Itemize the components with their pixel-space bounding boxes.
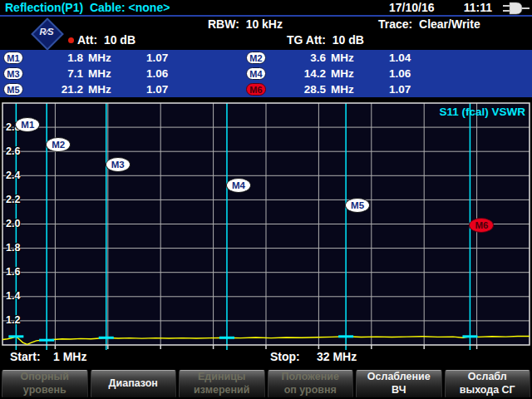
y-axis-tick-label: 1.4 — [6, 290, 20, 302]
marker-trace-tick-m4 — [219, 337, 234, 339]
softkey-положение-оп-уровня[interactable]: Положениеоп уровня — [268, 370, 354, 398]
softkey-label-line: Единицы — [198, 371, 246, 384]
y-axis-tick-label: 2.4 — [6, 170, 20, 181]
graph-marker-label-m4: M4 — [226, 178, 251, 193]
graph-marker-label-m5: M5 — [345, 198, 370, 213]
trace-title: S11 (fcal) VSWR — [439, 106, 525, 118]
marker-trace-tick-m3 — [99, 337, 114, 339]
vswr-chart — [0, 0, 532, 399]
y-axis-tick-label: 1.6 — [6, 266, 20, 278]
y-axis-tick-label: 1.8 — [6, 242, 20, 254]
marker-trace-tick-m2 — [39, 339, 54, 342]
marker-trace-tick-m5 — [338, 335, 353, 337]
softkey-label-line: уровень — [23, 384, 66, 397]
softkey-единицы-измерений[interactable]: Единицыизмерений — [179, 370, 265, 398]
softkey-опорный-уровень[interactable]: Опорныйуровень — [2, 370, 88, 398]
softkey-label-line: Опорный — [21, 371, 69, 384]
marker-trace-tick-m1 — [8, 335, 23, 337]
stop-label: Stop: — [270, 350, 300, 363]
y-axis-tick-label: 2.6 — [6, 145, 20, 157]
softkey-label-line: Ослабл — [468, 371, 507, 384]
softkey-label-line: Ослабление — [367, 371, 431, 384]
softkey-label-line: выхода СГ — [460, 384, 515, 397]
start-value: 1 MHz — [53, 350, 86, 363]
y-axis-tick-label: 2.2 — [6, 194, 20, 205]
stop-value: 32 MHz — [317, 350, 357, 363]
softkey-label-line: ВЧ — [392, 384, 406, 397]
softkey-bar: ОпорныйуровеньДиапазонЕдиницыизмеренийПо… — [0, 370, 532, 398]
softkey-label-line: Диапазон — [109, 377, 158, 391]
softkey-диапазон[interactable]: Диапазон — [91, 370, 177, 398]
analyzer-screen: Reflection(P1) Cable: <none> 17/10/16 11… — [0, 0, 532, 399]
softkey-label-line: оп уровня — [284, 384, 337, 397]
marker-trace-tick-m6 — [462, 335, 477, 337]
softkey-label-line: измерений — [194, 384, 249, 397]
y-axis-tick-label: 2.0 — [6, 218, 20, 229]
softkey-ослабление-вч[interactable]: ОслаблениеВЧ — [356, 370, 442, 398]
start-label: Start: — [10, 350, 41, 363]
softkey-label-line: Положение — [282, 371, 339, 384]
frequency-axis-row: Start: 1 MHz Stop: 32 MHz — [0, 350, 532, 367]
softkey-ослабл-выхода-сг[interactable]: Ослаблвыхода СГ — [445, 370, 531, 398]
y-axis-tick-label: 1.2 — [6, 314, 20, 326]
